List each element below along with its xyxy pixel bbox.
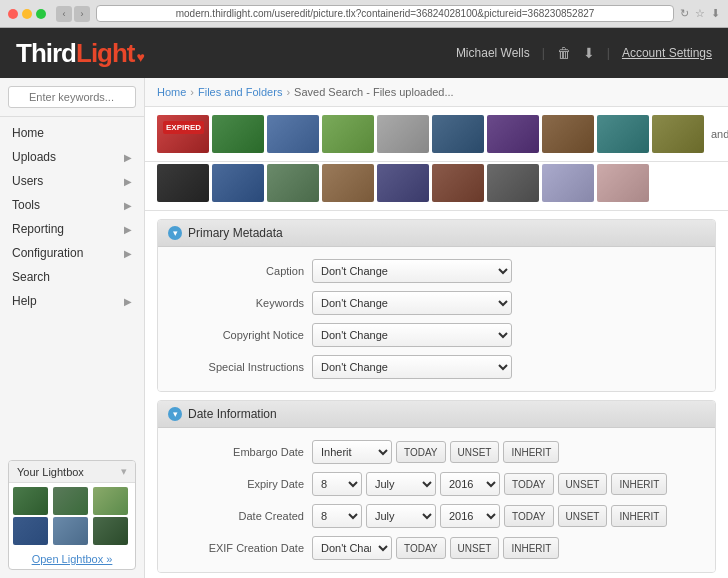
- embargo-label: Embargo Date: [174, 446, 304, 458]
- nav-buttons: ‹ ›: [56, 6, 90, 22]
- lightbox-thumb-3[interactable]: [93, 487, 128, 515]
- breadcrumb-home[interactable]: Home: [157, 86, 186, 98]
- caption-select[interactable]: Don't Change: [312, 259, 512, 283]
- expiry-controls: 8 July 2016 TODAY UNSET INHERIT: [312, 472, 667, 496]
- date-created-row: Date Created 8 July 2016 TODAY: [158, 500, 715, 532]
- download-icon[interactable]: ⬇: [711, 7, 720, 20]
- sidebar-item-reporting[interactable]: Reporting ▶: [0, 217, 144, 241]
- forward-button[interactable]: ›: [74, 6, 90, 22]
- bookmark-icon[interactable]: ☆: [695, 7, 705, 20]
- expiry-month-select[interactable]: July: [366, 472, 436, 496]
- lightbox-thumb-5[interactable]: [53, 517, 88, 545]
- section-title: Date Information: [188, 407, 277, 421]
- exif-controls: Don't Change TODAY UNSET INHERIT: [312, 536, 559, 560]
- lightbox-thumb-6[interactable]: [93, 517, 128, 545]
- expiry-unset-button[interactable]: UNSET: [558, 473, 608, 495]
- lightbox-thumb-1[interactable]: [13, 487, 48, 515]
- download-header-icon[interactable]: ⬇: [583, 45, 595, 61]
- user-name: Michael Wells: [456, 46, 530, 60]
- strip-thumb-4[interactable]: [322, 115, 374, 153]
- section-toggle-icon[interactable]: ▾: [168, 407, 182, 421]
- primary-metadata-header: ▾ Primary Metadata: [158, 220, 715, 247]
- special-instructions-row: Special Instructions Don't Change: [158, 351, 715, 383]
- strip-thumb-1[interactable]: EXPIRED: [157, 115, 209, 153]
- sidebar-item-label: Help: [12, 294, 37, 308]
- created-today-button[interactable]: TODAY: [504, 505, 554, 527]
- created-day-select[interactable]: 8: [312, 504, 362, 528]
- lightbox-thumb-4[interactable]: [13, 517, 48, 545]
- strip-thumb-9[interactable]: [597, 115, 649, 153]
- strip-thumb-11[interactable]: [157, 164, 209, 202]
- lightbox-panel: Your Lightbox ▾ Open Lightbox »: [8, 460, 136, 570]
- sidebar-item-users[interactable]: Users ▶: [0, 169, 144, 193]
- expiry-year-select[interactable]: 2016: [440, 472, 500, 496]
- app-container: ThirdLight♥ Michael Wells | 🗑 ⬇ | Accoun…: [0, 28, 728, 578]
- created-month-select[interactable]: July: [366, 504, 436, 528]
- arrow-icon: ▶: [124, 248, 132, 259]
- expiry-today-button[interactable]: TODAY: [504, 473, 554, 495]
- strip-thumb-7[interactable]: [487, 115, 539, 153]
- strip-thumb-15[interactable]: [377, 164, 429, 202]
- strip-thumb-5[interactable]: [377, 115, 429, 153]
- embargo-today-button[interactable]: TODAY: [396, 441, 446, 463]
- strip-thumb-6[interactable]: [432, 115, 484, 153]
- back-button[interactable]: ‹: [56, 6, 72, 22]
- strip-thumb-2[interactable]: [212, 115, 264, 153]
- created-year-select[interactable]: 2016: [440, 504, 500, 528]
- section-toggle-icon[interactable]: ▾: [168, 226, 182, 240]
- special-instructions-select[interactable]: Don't Change: [312, 355, 512, 379]
- sidebar-item-help[interactable]: Help ▶: [0, 289, 144, 313]
- expiry-inherit-button[interactable]: INHERIT: [611, 473, 667, 495]
- embargo-inherit-button[interactable]: INHERIT: [503, 441, 559, 463]
- sidebar-item-home[interactable]: Home: [0, 121, 144, 145]
- sidebar-item-search[interactable]: Search: [0, 265, 144, 289]
- created-unset-button[interactable]: UNSET: [558, 505, 608, 527]
- embargo-select[interactable]: Inherit: [312, 440, 392, 464]
- sidebar-item-label: Configuration: [12, 246, 83, 260]
- exif-select[interactable]: Don't Change: [312, 536, 392, 560]
- date-created-label: Date Created: [174, 510, 304, 522]
- keywords-select[interactable]: Don't Change: [312, 291, 512, 315]
- sidebar-item-uploads[interactable]: Uploads ▶: [0, 145, 144, 169]
- account-settings-link[interactable]: Account Settings: [622, 46, 712, 60]
- url-bar[interactable]: modern.thirdlight.com/useredit/picture.t…: [96, 5, 674, 22]
- lightbox-thumbs: [9, 483, 135, 549]
- strip-thumb-17[interactable]: [487, 164, 539, 202]
- sidebar-item-label: Home: [12, 126, 44, 140]
- keywords-label: Keywords: [174, 297, 304, 309]
- strip-thumb-13[interactable]: [267, 164, 319, 202]
- close-button[interactable]: [8, 9, 18, 19]
- embargo-unset-button[interactable]: UNSET: [450, 441, 500, 463]
- strip-thumb-19[interactable]: [597, 164, 649, 202]
- sidebar-item-tools[interactable]: Tools ▶: [0, 193, 144, 217]
- strip-thumb-8[interactable]: [542, 115, 594, 153]
- strip-thumb-3[interactable]: [267, 115, 319, 153]
- date-created-controls: 8 July 2016 TODAY UNSET INHERIT: [312, 504, 667, 528]
- copyright-select[interactable]: Don't Change: [312, 323, 512, 347]
- refresh-icon[interactable]: ↻: [680, 7, 689, 20]
- strip-thumb-10[interactable]: [652, 115, 704, 153]
- strip-thumb-18[interactable]: [542, 164, 594, 202]
- header-divider-2: |: [607, 46, 610, 60]
- strip-thumb-16[interactable]: [432, 164, 484, 202]
- strip-thumb-14[interactable]: [322, 164, 374, 202]
- search-input[interactable]: [8, 86, 136, 108]
- app-body: 🔍 Home Uploads ▶ Users ▶ Tools ▶: [0, 78, 728, 578]
- expiry-day-select[interactable]: 8: [312, 472, 362, 496]
- embargo-date-row: Embargo Date Inherit TODAY UNSET INHERIT: [158, 436, 715, 468]
- lightbox-thumb-2[interactable]: [53, 487, 88, 515]
- exif-today-button[interactable]: TODAY: [396, 537, 446, 559]
- exif-inherit-button[interactable]: INHERIT: [503, 537, 559, 559]
- header-right: Michael Wells | 🗑 ⬇ | Account Settings: [456, 45, 712, 61]
- breadcrumb-files[interactable]: Files and Folders: [198, 86, 282, 98]
- trash-icon[interactable]: 🗑: [557, 45, 571, 61]
- chevron-down-icon[interactable]: ▾: [121, 465, 127, 478]
- strip-thumb-12[interactable]: [212, 164, 264, 202]
- minimize-button[interactable]: [22, 9, 32, 19]
- caption-label: Caption: [174, 265, 304, 277]
- maximize-button[interactable]: [36, 9, 46, 19]
- open-lightbox-link[interactable]: Open Lightbox »: [9, 549, 135, 569]
- exif-unset-button[interactable]: UNSET: [450, 537, 500, 559]
- created-inherit-button[interactable]: INHERIT: [611, 505, 667, 527]
- sidebar-item-configuration[interactable]: Configuration ▶: [0, 241, 144, 265]
